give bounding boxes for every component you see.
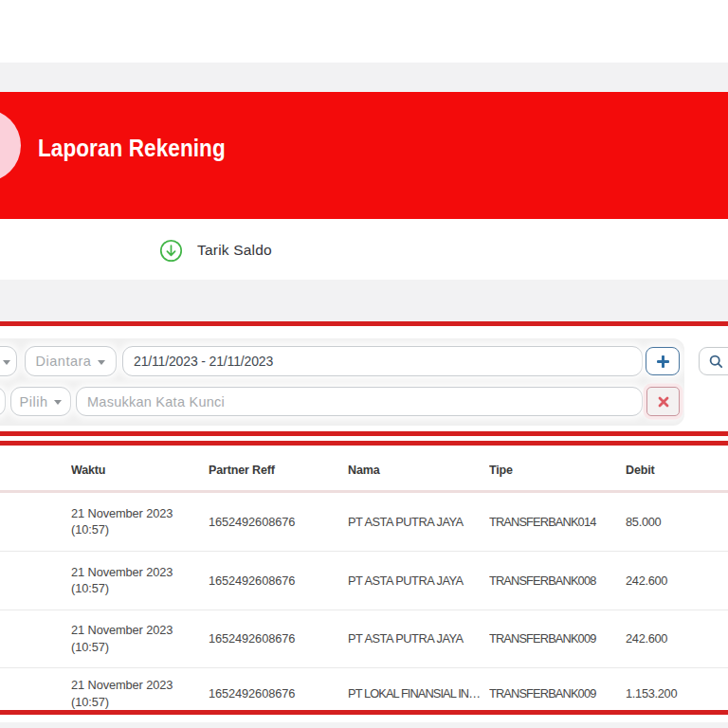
clear-filter-button[interactable]: ✕ xyxy=(646,387,680,416)
cell-nama: PT LOKAL FINANSIAL IN… xyxy=(348,685,489,702)
table-row: 21 November 2023(10:57) 1652492608676 PT… xyxy=(0,493,728,553)
cell-tipe: TRANSFERBANK009 xyxy=(489,630,626,647)
cell-waktu: 21 November 2023(10:57) xyxy=(71,564,209,597)
cell-partner-reff: 1652492608676 xyxy=(209,630,348,647)
chevron-down-icon xyxy=(98,360,105,365)
cell-debit: 242.600 xyxy=(626,630,728,647)
cell-partner-reff: 1652492608676 xyxy=(209,685,348,702)
chevron-down-icon xyxy=(3,360,10,365)
range-dropdown-label: Diantara xyxy=(36,354,92,369)
cell-waktu-date: 21 November 2023 xyxy=(71,677,209,694)
account-dropdown-cut[interactable] xyxy=(0,346,17,376)
mid-gray-band xyxy=(0,280,728,321)
select-dropdown-label: Pilih xyxy=(20,394,48,410)
cell-waktu-time: (10:57) xyxy=(71,521,209,538)
date-range-input[interactable] xyxy=(122,346,643,376)
tarik-saldo-button[interactable]: Tarik Saldo xyxy=(159,237,272,264)
arrow-down-circle-icon xyxy=(159,239,183,263)
cell-partner-reff: 1652492608676 xyxy=(209,573,348,590)
table-row: 21 November 2023(10:57) 1652492608676 PT… xyxy=(0,668,728,715)
table-row: 21 November 2023(10:57) 1652492608676 PT… xyxy=(0,610,728,668)
cell-tipe: TRANSFERBANK009 xyxy=(489,685,626,702)
bottom-gray-band xyxy=(0,722,728,728)
col-waktu: Waktu xyxy=(71,457,209,480)
table-header-row: Waktu Partner Reff Nama Tipe Debit xyxy=(0,446,728,493)
col-debit: Debit xyxy=(626,457,728,480)
cell-waktu-date: 21 November 2023 xyxy=(71,622,209,639)
col-tipe: Tipe xyxy=(489,457,626,480)
top-gray-band xyxy=(0,63,728,92)
cell-tipe: TRANSFERBANK008 xyxy=(489,573,626,590)
select-dropdown[interactable]: Pilih xyxy=(10,387,71,416)
page-header-band: Laporan Rekening xyxy=(0,92,728,219)
col-spacer xyxy=(0,464,71,470)
cell-debit: 85.000 xyxy=(626,514,728,531)
report-table-card: Waktu Partner Reff Nama Tipe Debit 21 No… xyxy=(0,446,728,715)
range-dropdown[interactable]: Diantara xyxy=(25,346,117,376)
col-partner-reff: Partner Reff xyxy=(209,457,348,480)
keyword-input[interactable] xyxy=(76,387,643,416)
cell-waktu-time: (10:57) xyxy=(71,694,209,711)
cell-waktu: 21 November 2023(10:57) xyxy=(71,622,209,655)
cell-waktu: 21 November 2023(10:57) xyxy=(71,677,209,710)
cell-waktu-date: 21 November 2023 xyxy=(71,505,209,522)
search-icon xyxy=(708,354,724,370)
cell-nama: PT ASTA PUTRA JAYA xyxy=(348,573,489,590)
plus-icon xyxy=(657,355,669,368)
cell-partner-reff: 1652492608676 xyxy=(209,514,348,531)
cell-nama: PT ASTA PUTRA JAYA xyxy=(348,514,489,531)
header-avatar-circle xyxy=(0,109,21,182)
chevron-down-icon xyxy=(54,400,62,405)
cell-debit: 1.153.200 xyxy=(626,685,728,702)
cell-tipe: TRANSFERBANK014 xyxy=(489,514,626,531)
cell-waktu-date: 21 November 2023 xyxy=(71,564,209,581)
search-button[interactable] xyxy=(699,347,728,375)
page-title: Laporan Rekening xyxy=(38,136,226,160)
close-icon xyxy=(658,396,669,408)
table-row: 21 November 2023(10:57) 1652492608676 PT… xyxy=(0,552,728,610)
add-filter-button[interactable]: + xyxy=(646,347,680,375)
cell-debit: 242.600 xyxy=(626,573,728,590)
cell-waktu-time: (10:57) xyxy=(71,639,209,656)
cell-nama: PT ASTA PUTRA JAYA xyxy=(348,630,489,647)
tarik-saldo-label: Tarik Saldo xyxy=(197,242,272,259)
col-nama: Nama xyxy=(348,457,489,480)
cell-waktu: 21 November 2023(10:57) xyxy=(71,505,209,538)
cell-waktu-time: (10:57) xyxy=(71,580,209,597)
